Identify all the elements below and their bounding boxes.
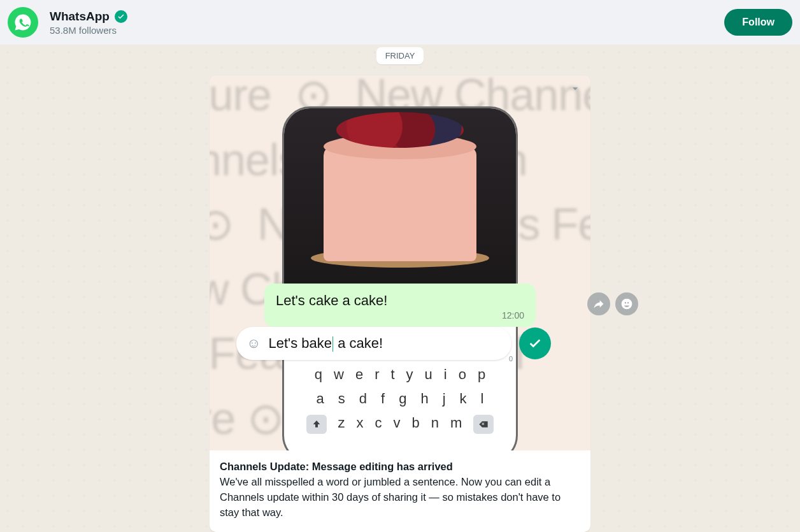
key-k[interactable]: k <box>460 391 467 407</box>
compose-text: Let's bake a cake! <box>268 335 383 352</box>
key-c[interactable]: c <box>375 415 382 434</box>
key-e[interactable]: e <box>355 366 363 383</box>
keyboard: qwertyuiop asdfghjkl zxcvbnm <box>283 363 517 438</box>
post-body-text: We've all misspelled a word or jumbled a… <box>220 476 561 518</box>
followers-count: 53.8M followers <box>50 25 724 36</box>
key-d[interactable]: d <box>359 391 367 407</box>
date-divider: FRIDAY <box>376 47 424 64</box>
channel-header: WhatsApp 53.8M followers Follow <box>0 0 800 45</box>
key-l[interactable]: l <box>481 391 484 407</box>
channel-post[interactable]: ture ⊙ New Channels Feature nnels ⊙ New … <box>210 76 590 532</box>
sent-message-text: Let's cake a cake! <box>276 292 524 309</box>
key-n[interactable]: n <box>431 415 439 434</box>
post-headline: Channels Update: Message editing has arr… <box>220 461 453 472</box>
post-media: ture ⊙ New Channels Feature nnels ⊙ New … <box>210 76 590 450</box>
key-m[interactable]: m <box>450 415 462 434</box>
post-menu-chevron-icon[interactable] <box>569 82 582 97</box>
key-f[interactable]: f <box>381 391 385 407</box>
key-u[interactable]: u <box>425 366 432 383</box>
key-t[interactable]: t <box>390 366 394 383</box>
whatsapp-logo-icon <box>13 13 32 32</box>
key-x[interactable]: x <box>357 415 364 434</box>
compose-input[interactable]: ☺ Let's bake a cake! <box>236 327 511 360</box>
key-v[interactable]: v <box>394 415 401 434</box>
key-w[interactable]: w <box>334 366 344 383</box>
forward-button[interactable] <box>587 292 610 315</box>
key-i[interactable]: i <box>444 366 447 383</box>
char-count: 0 <box>509 355 513 363</box>
channel-avatar[interactable] <box>8 7 38 38</box>
shift-key-icon[interactable] <box>306 415 327 434</box>
key-y[interactable]: y <box>406 366 413 383</box>
key-r[interactable]: r <box>375 366 379 383</box>
text-cursor <box>332 336 333 352</box>
cake-photo <box>284 108 516 287</box>
sent-message-time: 12:00 <box>276 310 524 320</box>
key-z[interactable]: z <box>338 415 345 434</box>
react-button[interactable] <box>615 292 638 315</box>
key-s[interactable]: s <box>338 391 345 407</box>
send-button[interactable] <box>519 327 551 359</box>
post-text: Channels Update: Message editing has arr… <box>210 450 590 532</box>
key-p[interactable]: p <box>478 366 485 383</box>
emoji-picker-icon[interactable]: ☺ <box>246 335 261 352</box>
key-h[interactable]: h <box>420 391 428 407</box>
key-g[interactable]: g <box>399 391 406 407</box>
key-q[interactable]: q <box>315 366 322 383</box>
sent-message-bubble: Let's cake a cake! 12:00 <box>264 284 536 327</box>
key-a[interactable]: a <box>317 391 324 407</box>
key-o[interactable]: o <box>459 366 466 383</box>
post-side-actions <box>587 292 638 315</box>
key-j[interactable]: j <box>443 391 446 407</box>
channel-name[interactable]: WhatsApp <box>50 10 110 24</box>
key-b[interactable]: b <box>412 415 420 434</box>
follow-button[interactable]: Follow <box>724 9 792 36</box>
chat-area: FRIDAY ture ⊙ New Channels Feature nnels… <box>0 45 800 532</box>
verified-badge-icon <box>115 10 127 23</box>
backspace-key-icon[interactable] <box>473 415 494 434</box>
